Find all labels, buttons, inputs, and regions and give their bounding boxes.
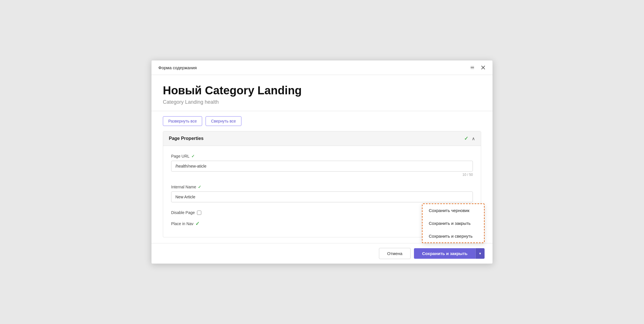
cancel-button[interactable]: Отмена <box>379 248 411 259</box>
page-url-input[interactable] <box>171 161 473 172</box>
page-url-counter: 10 / 50 <box>171 173 473 177</box>
save-close-button[interactable]: Сохранить и закрыть <box>414 248 475 259</box>
internal-name-field-group: Internal Name ✓ <box>171 185 473 202</box>
section-header-right: ✓ ∧ <box>464 135 475 142</box>
dropdown-item-save-close[interactable]: Сохранить и закрыть <box>423 217 484 230</box>
section-title: Page Properties <box>169 136 204 141</box>
section-chevron-icon[interactable]: ∧ <box>472 136 475 141</box>
section-header: Page Properties ✓ ∧ <box>163 131 481 146</box>
expand-all-button[interactable]: Развернуть все <box>163 116 202 126</box>
collapse-all-button[interactable]: Свернуть все <box>206 116 241 126</box>
page-title: Новый Category Landing <box>163 84 481 97</box>
internal-name-label: Internal Name ✓ <box>171 185 473 189</box>
window-title: Форма содержания <box>158 65 197 70</box>
toolbar: Развернуть все Свернуть все <box>151 111 493 131</box>
svg-rect-0 <box>471 67 474 68</box>
title-bar-actions <box>469 64 487 71</box>
save-arrow-icon: ▾ <box>479 251 481 256</box>
dropdown-item-save-collapse[interactable]: Сохранить и свернуть <box>423 230 484 243</box>
internal-name-valid-icon: ✓ <box>198 185 201 189</box>
disable-page-label: Disable Page <box>171 210 195 215</box>
internal-name-input[interactable] <box>171 191 473 202</box>
page-url-label: Page URL ✓ <box>171 154 473 158</box>
page-url-input-wrapper <box>171 161 473 172</box>
svg-rect-2 <box>471 68 474 69</box>
save-dropdown: Сохранить черновик Сохранить и закрыть С… <box>422 203 485 243</box>
minimize-button[interactable] <box>469 64 476 71</box>
dropdown-item-draft[interactable]: Сохранить черновик <box>423 204 484 217</box>
content-header: Новый Category Landing Category Landing … <box>151 75 493 111</box>
section-valid-icon: ✓ <box>464 135 468 142</box>
close-button[interactable] <box>479 64 487 71</box>
svg-rect-1 <box>471 66 474 67</box>
page-subtitle: Category Landing health <box>163 99 481 105</box>
disable-page-checkbox[interactable] <box>197 211 201 215</box>
place-in-nav-valid-icon: ✓ <box>195 221 200 227</box>
save-arrow-button[interactable]: ▾ <box>475 248 485 259</box>
modal-window: Форма содержания Новый Category Landing … <box>151 60 493 264</box>
title-bar: Форма содержания <box>151 60 493 75</box>
page-url-valid-icon: ✓ <box>191 154 195 158</box>
save-split-button: Сохранить и закрыть ▾ <box>414 248 485 259</box>
modal-footer: Сохранить черновик Сохранить и закрыть С… <box>151 243 493 264</box>
page-url-field-group: Page URL ✓ 10 / 50 <box>171 154 473 177</box>
